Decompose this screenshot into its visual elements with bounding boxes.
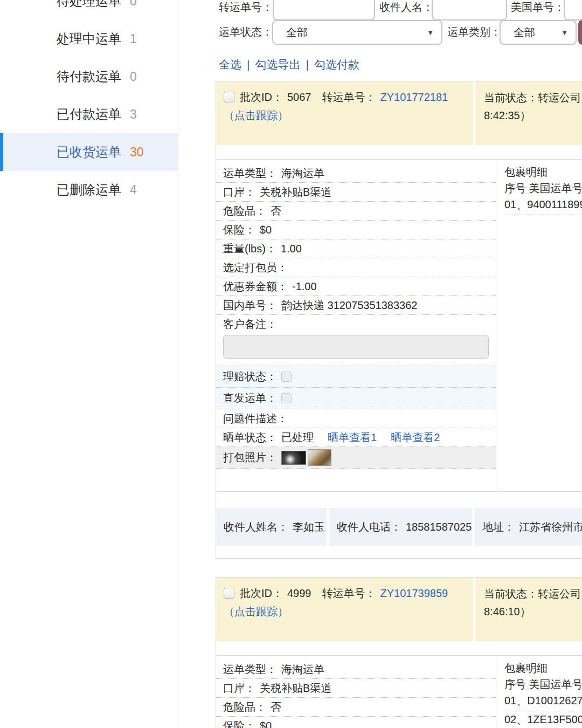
package-detail-panel: 包裹明细 序号 美国运单号 01、9400111899 bbox=[496, 160, 582, 491]
status-line-1: 当前状态：转运公司： bbox=[484, 585, 582, 603]
batch-id-label: 批次ID： bbox=[240, 587, 283, 599]
waybill-category-value: 全部 bbox=[514, 25, 535, 40]
transfer-no-label: 转运单号： bbox=[322, 587, 376, 599]
export-checked-link[interactable]: 勾选导出 bbox=[255, 58, 300, 71]
waybill-status-select[interactable]: 全部 ▼ bbox=[272, 20, 442, 45]
recipient-name-input[interactable] bbox=[432, 0, 507, 20]
us-tracking-input[interactable] bbox=[564, 0, 582, 20]
review-view-link-2[interactable]: 晒单查看2 bbox=[391, 430, 440, 445]
recipient-phone-cell: 收件人电话：18581587025 bbox=[329, 508, 472, 546]
detail-row-domestic-no: 国内单号：韵达快递 312075351383362 bbox=[216, 296, 496, 315]
sidebar-item-count: 1 bbox=[130, 32, 137, 46]
separator: | bbox=[241, 58, 255, 71]
selected-indicator-bar bbox=[0, 133, 3, 171]
sidebar-item-count: 3 bbox=[130, 107, 137, 122]
review-status-row: 晒单状态：已处理晒单查看1晒单查看2 bbox=[216, 428, 496, 447]
detail-row-dangerous: 危险品：否 bbox=[216, 698, 496, 717]
current-status-text: 当前状态：转运公司： 8:46:10） bbox=[475, 578, 582, 641]
sidebar-item-pending[interactable]: 待处理运单 0 bbox=[0, 0, 178, 20]
detail-row-dangerous: 危险品：否 bbox=[216, 202, 496, 221]
detail-row-weight: 重量(lbs)：1.00 bbox=[216, 239, 496, 258]
package-detail-title: 包裹明细 bbox=[504, 164, 582, 180]
package-item: 01、9400111899 bbox=[504, 196, 582, 215]
sidebar-item-deleted[interactable]: 已删除运单 4 bbox=[0, 171, 178, 209]
waybill-status-label: 运单状态： bbox=[219, 24, 273, 40]
package-detail-title: 包裹明细 bbox=[504, 660, 582, 676]
waybill-status-value: 全部 bbox=[286, 25, 308, 40]
search-button[interactable] bbox=[578, 20, 582, 45]
pay-checked-link[interactable]: 勾选付款 bbox=[314, 58, 359, 71]
package-detail-panel: 包裹明细 序号 美国运单号 01、D10012627 02、1ZE13F5003 bbox=[496, 656, 582, 728]
package-item: 02、1ZE13F5003 bbox=[504, 711, 582, 728]
review-status-value: 已处理 bbox=[281, 430, 314, 445]
transfer-no-link[interactable]: ZY101739859 bbox=[380, 587, 448, 599]
shipment-card: 批次ID：4999转运单号：ZY101739859（点击跟踪） 当前状态：转运公… bbox=[216, 577, 582, 728]
sidebar-item-received[interactable]: 已收货运单 30 bbox=[0, 133, 178, 171]
detail-row-type: 运单类型：海淘运单 bbox=[216, 164, 496, 183]
detail-row-type: 运单类型：海淘运单 bbox=[216, 660, 496, 679]
direct-ship-checkbox[interactable] bbox=[281, 393, 292, 403]
card-header: 批次ID：5067转运单号：ZY101772181（点击跟踪） 当前状态：转运公… bbox=[216, 81, 582, 145]
package-photo-thumbnail[interactable] bbox=[281, 451, 306, 465]
sidebar-item-label: 处理中运单 bbox=[57, 30, 121, 47]
customer-note-row bbox=[216, 334, 496, 366]
sidebar-list: 待处理运单 0 处理中运单 1 待付款运单 0 已付款运单 3 已收货运单 30… bbox=[0, 0, 178, 209]
sidebar-item-label: 待处理运单 bbox=[57, 0, 121, 10]
card-body: 运单类型：海淘运单 口岸：关税补贴B渠道 危险品：否 保险：$0 重量(lbs)… bbox=[216, 159, 582, 492]
claim-status-row: 理赔状态： bbox=[216, 366, 496, 388]
recipient-info-bar: 收件人姓名：李如玉 收件人电话：18581587025 地址：江苏省徐州市贾汪区 bbox=[216, 508, 582, 546]
waybill-details: 运单类型：海淘运单 口岸：关税补贴B渠道 危险品：否 保险：$0 bbox=[216, 656, 496, 728]
batch-select-checkbox[interactable] bbox=[224, 92, 234, 102]
waybill-category-label: 运单类别： bbox=[447, 24, 501, 40]
recipient-name-label: 收件人名： bbox=[379, 0, 433, 15]
sidebar-item-count: 0 bbox=[130, 0, 137, 9]
batch-id-value: 5067 bbox=[287, 91, 311, 103]
recipient-name: 李如玉 bbox=[293, 520, 325, 534]
separator: | bbox=[300, 58, 314, 71]
transfer-no-input[interactable] bbox=[273, 0, 375, 20]
package-photo-thumbnail[interactable] bbox=[308, 449, 331, 466]
detail-row-packer: 选定打包员： bbox=[216, 258, 496, 277]
claim-status-checkbox[interactable] bbox=[281, 372, 292, 382]
customer-note-input[interactable] bbox=[223, 335, 489, 359]
status-line-1: 当前状态：转运公司： bbox=[484, 89, 582, 107]
transfer-no-link[interactable]: ZY101772181 bbox=[380, 91, 448, 103]
detail-row-insurance: 保险：$0 bbox=[216, 221, 496, 239]
card-body: 运单类型：海淘运单 口岸：关税补贴B渠道 危险品：否 保险：$0 包裹明细 序号… bbox=[216, 655, 582, 728]
recipient-phone: 18581587025 bbox=[406, 521, 472, 533]
recipient-address: 江苏省徐州市贾汪区 bbox=[519, 520, 582, 534]
current-status-text: 当前状态：转运公司： 8:42:35） bbox=[475, 81, 582, 145]
click-track-link[interactable]: （点击跟踪） bbox=[224, 606, 288, 617]
card-header-left: 批次ID：4999转运单号：ZY101739859（点击跟踪） bbox=[216, 578, 475, 641]
package-item: 01、D10012627 bbox=[504, 692, 582, 711]
detail-row-port: 口岸：关税补贴B渠道 bbox=[216, 183, 496, 202]
package-detail-header: 序号 美国运单号 bbox=[504, 676, 582, 692]
transfer-no-label: 转运单号： bbox=[219, 0, 273, 15]
review-view-link-1[interactable]: 晒单查看1 bbox=[328, 430, 377, 445]
chevron-down-icon: ▼ bbox=[561, 29, 568, 37]
waybill-details: 运单类型：海淘运单 口岸：关税补贴B渠道 危险品：否 保险：$0 重量(lbs)… bbox=[216, 160, 496, 491]
status-line-2: 8:46:10） bbox=[484, 603, 582, 621]
waybill-category-select[interactable]: 全部 ▼ bbox=[500, 20, 577, 45]
direct-ship-row: 直发运单： bbox=[216, 388, 496, 409]
sidebar: 待处理运单 0 处理中运单 1 待付款运单 0 已付款运单 3 已收货运单 30… bbox=[0, 0, 178, 728]
batch-select-checkbox[interactable] bbox=[224, 588, 234, 599]
transfer-no-label: 转运单号： bbox=[322, 91, 376, 103]
problem-desc-row: 问题件描述： bbox=[216, 409, 496, 428]
recipient-name-cell: 收件人姓名：李如玉 bbox=[216, 508, 327, 546]
card-header: 批次ID：4999转运单号：ZY101739859（点击跟踪） 当前状态：转运公… bbox=[216, 578, 582, 641]
chevron-down-icon: ▼ bbox=[427, 29, 434, 37]
us-tracking-number: 1ZE13F5003 bbox=[527, 713, 582, 725]
detail-row-customer-note: 客户备注： bbox=[216, 315, 496, 334]
bulk-actions: 全选|勾选导出|勾选付款 bbox=[219, 57, 359, 72]
sidebar-item-awaiting-payment[interactable]: 待付款运单 0 bbox=[0, 58, 178, 95]
sidebar-item-processing[interactable]: 处理中运单 1 bbox=[0, 20, 178, 58]
click-track-link[interactable]: （点击跟踪） bbox=[224, 109, 288, 121]
select-all-link[interactable]: 全选 bbox=[219, 58, 241, 71]
us-tracking-number: D10012627 bbox=[527, 695, 582, 706]
sidebar-item-paid[interactable]: 已付款运单 3 bbox=[0, 95, 178, 133]
sidebar-item-count: 30 bbox=[130, 145, 144, 160]
detail-row-coupon: 优惠券金额：-1.00 bbox=[216, 277, 496, 296]
batch-id-label: 批次ID： bbox=[240, 91, 283, 103]
shipment-card: 批次ID：5067转运单号：ZY101772181（点击跟踪） 当前状态：转运公… bbox=[216, 81, 582, 559]
